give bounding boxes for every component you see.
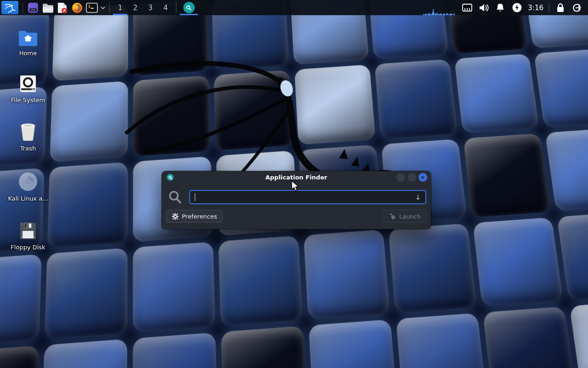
window-controls: × [396, 173, 427, 182]
kali-dragon-menu-icon [4, 2, 16, 13]
dropdown-arrow-icon[interactable]: ↓ [415, 193, 421, 201]
launcher-terminal[interactable]: $ [85, 0, 99, 15]
mouse-cursor [291, 180, 301, 192]
volume-icon [479, 4, 489, 12]
panel-separator [176, 3, 176, 13]
panel-clock[interactable]: 3:16 [528, 4, 543, 12]
qterminal-icon [28, 2, 39, 13]
gear-icon [172, 213, 179, 220]
filesystem-drive-icon [19, 73, 37, 93]
panel-separator [23, 3, 23, 13]
text-editor-icon [57, 2, 68, 14]
cpu-graph-bar [454, 13, 455, 15]
desktop-icon-label: Home [19, 50, 37, 57]
terminal-launcher-icon: $ [86, 2, 98, 13]
text-caret [195, 193, 195, 201]
lock-screen-button[interactable] [554, 0, 566, 15]
minimize-button[interactable] [396, 173, 405, 182]
desktop-icon-home[interactable]: Home [3, 26, 53, 57]
logout-icon [572, 3, 582, 12]
desktop-icon-kali-docs[interactable]: Kali Linux a... [3, 171, 53, 202]
top-panel: $ 1 2 3 4 [0, 0, 588, 15]
panel-separator [109, 3, 110, 13]
close-button[interactable]: × [418, 173, 427, 182]
launcher-qterminal[interactable] [26, 0, 40, 15]
launch-label: Launch [399, 213, 421, 220]
search-icon [168, 190, 182, 204]
launcher-file-manager[interactable] [40, 0, 55, 15]
panel-right: 3:16 [423, 0, 588, 15]
desktop-icon-label: Floppy Disk [11, 244, 45, 251]
desktop-icon-label: File System [11, 97, 45, 104]
workspace-3[interactable]: 3 [143, 0, 158, 15]
logout-button[interactable] [571, 0, 583, 15]
panel-separator [549, 3, 549, 13]
launcher-text-editor[interactable] [55, 0, 70, 15]
search-input[interactable]: ↓ [189, 190, 426, 204]
firefox-icon [72, 2, 83, 13]
trash-icon [19, 121, 37, 141]
application-finder-window: Application Finder × ↓ [162, 171, 431, 229]
notifications-bell-icon [496, 3, 504, 12]
workspace-2[interactable]: 2 [128, 0, 143, 15]
network-applet[interactable] [461, 0, 473, 15]
floppy-disk-icon [19, 220, 37, 240]
taskbar-application-finder[interactable] [179, 0, 198, 15]
dialog-buttons: Preferences Launch [162, 204, 431, 223]
launcher-dropdown-toggle[interactable] [99, 0, 107, 15]
home-folder-icon [18, 26, 38, 46]
application-finder-icon [167, 174, 174, 181]
launch-gear-icon [390, 213, 396, 220]
preferences-label: Preferences [182, 213, 217, 220]
power-manager-applet[interactable] [511, 0, 523, 15]
desktop-icon-label: Trash [20, 145, 36, 152]
workspace-label: 4 [164, 4, 168, 12]
application-finder-icon [183, 2, 195, 13]
launch-button[interactable]: Launch [384, 210, 427, 223]
desktop-icon-label: Kali Linux a... [8, 195, 48, 202]
cpu-load-graph[interactable] [423, 0, 455, 15]
desktop-icon-floppy[interactable]: Floppy Disk [3, 220, 53, 251]
workspace-label: 2 [133, 4, 138, 12]
kali-applications-menu-button[interactable] [1, 1, 18, 14]
kali-disc-icon [18, 171, 38, 191]
workspace-4[interactable]: 4 [158, 0, 173, 15]
workspace-label: 3 [148, 4, 153, 12]
workspace-1[interactable]: 1 [113, 0, 128, 15]
desktop-icon-filesystem[interactable]: File System [3, 73, 53, 104]
lock-icon [556, 3, 565, 12]
terminal-prompt-text: $ [88, 5, 90, 9]
panel-left: $ 1 2 3 4 [0, 0, 198, 15]
window-title: Application Finder [162, 174, 431, 181]
power-manager-icon [512, 3, 522, 12]
desktop-icon-trash[interactable]: Trash [3, 121, 53, 152]
ethernet-icon [462, 4, 472, 12]
launcher-firefox[interactable] [70, 0, 85, 15]
chevron-down-icon [101, 6, 105, 9]
preferences-button[interactable]: Preferences [166, 210, 223, 223]
maximize-button[interactable] [407, 173, 416, 182]
file-manager-icon [42, 3, 54, 13]
volume-applet[interactable] [478, 0, 490, 15]
notifications-applet[interactable] [494, 0, 506, 15]
workspace-label: 1 [118, 4, 123, 12]
